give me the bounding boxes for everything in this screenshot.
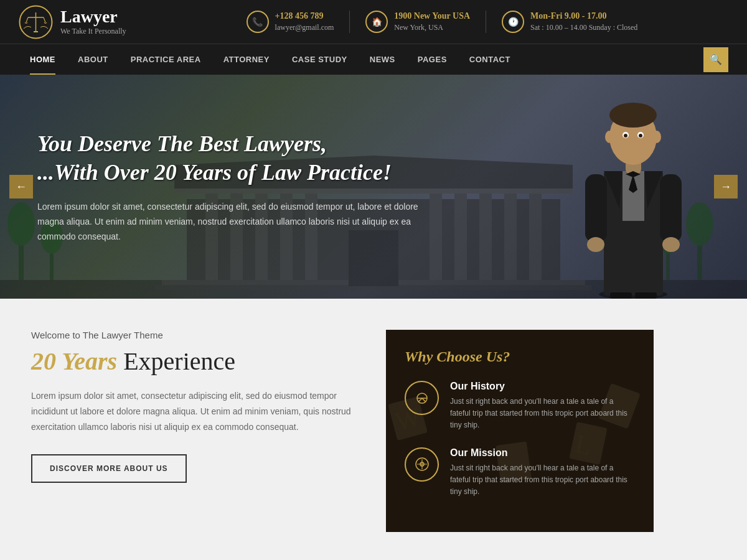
svg-point-40 — [662, 237, 680, 252]
feature-history: Our History Just sit right back and you'… — [405, 381, 635, 432]
discover-button[interactable]: DISCOVER MORE ABOUT US — [31, 454, 187, 483]
brand-name: Lawyer — [60, 7, 126, 27]
nav-contact[interactable]: CONTACT — [458, 44, 522, 75]
email-address: lawyer@gmail.com — [275, 23, 334, 32]
search-icon: 🔍 — [710, 54, 722, 65]
clock-icon: 🕐 — [502, 11, 524, 33]
history-text: Our History Just sit right back and you'… — [450, 381, 635, 432]
svg-rect-23 — [479, 190, 492, 283]
logo-icon — [19, 5, 53, 39]
address-line2: New York, USA — [394, 23, 443, 32]
phone-number: +128 456 789 — [275, 11, 334, 21]
history-icon — [405, 381, 439, 415]
svg-rect-25 — [529, 190, 542, 283]
nav-practice-area[interactable]: PRACTICE AREA — [120, 44, 212, 75]
why-title: Why Choose Us? — [405, 348, 635, 365]
svg-rect-5 — [34, 31, 38, 32]
navigation: HOME ABOUT PRACTICE AREA ATTORNEY CASE S… — [0, 44, 747, 75]
experience-label: Experience — [123, 347, 235, 375]
welcome-text: Welcome to The Lawyer Theme — [31, 330, 355, 340]
top-bar: Lawyer We Take It Personally 📞 +128 456 … — [0, 0, 747, 44]
svg-point-45 — [609, 103, 657, 128]
history-desc: Just sit right back and you'll hear a ta… — [450, 396, 635, 432]
hero-heading: You Deserve The Best Lawyers, ...With Ov… — [37, 129, 436, 188]
brand-tagline: We Take It Personally — [60, 27, 126, 36]
hours-line1: Mon-Fri 9.00 - 17.00 — [530, 11, 637, 21]
address-text: 1900 New Your USA New York, USA — [394, 11, 470, 32]
mission-desc: Just sit right back and you'll hear a ta… — [450, 462, 635, 498]
content-description: Lorem ipsum dolor sit amet, consectetur … — [31, 388, 355, 436]
hero-lawyer-figure — [576, 90, 691, 299]
hero-prev-button[interactable]: ← — [9, 175, 33, 198]
years-heading: 20 Years Experience — [31, 347, 355, 376]
svg-point-50 — [605, 131, 614, 143]
mission-icon — [405, 447, 439, 482]
hero-next-button[interactable]: → — [714, 175, 738, 198]
hours-text: Mon-Fri 9.00 - 17.00 Sat : 10.00 – 14.00… — [530, 11, 637, 32]
left-column: Welcome to The Lawyer Theme 20 Years Exp… — [19, 330, 367, 532]
address-block: 🏠 1900 New Your USA New York, USA — [350, 11, 486, 33]
svg-line-60 — [418, 398, 422, 402]
svg-line-4 — [44, 17, 45, 22]
years-label: 20 Years — [31, 347, 117, 375]
svg-rect-24 — [504, 190, 517, 283]
hours-block: 🕐 Mon-Fri 9.00 - 17.00 Sat : 10.00 – 14.… — [486, 11, 653, 33]
right-column: W L Why Choose Us? Our History Just sit … — [386, 330, 654, 532]
svg-point-39 — [587, 237, 604, 252]
phone-icon: 📞 — [247, 11, 269, 33]
svg-rect-42 — [635, 292, 657, 299]
contact-info: 📞 +128 456 789 lawyer@gmail.com 🏠 1900 N… — [156, 11, 728, 33]
address-line1: 1900 New Your USA — [394, 11, 470, 21]
content-section: Welcome to The Lawyer Theme 20 Years Exp… — [0, 299, 747, 560]
nav-news[interactable]: NEWS — [359, 44, 406, 75]
nav-links: HOME ABOUT PRACTICE AREA ATTORNEY CASE S… — [19, 44, 703, 75]
svg-line-61 — [422, 398, 426, 402]
nav-home[interactable]: HOME — [19, 44, 67, 75]
svg-rect-41 — [610, 292, 632, 299]
svg-point-48 — [624, 134, 627, 138]
svg-point-49 — [639, 134, 642, 138]
hero-content: You Deserve The Best Lawyers, ...With Ov… — [0, 129, 473, 245]
mission-text: Our Mission Just sit right back and you'… — [450, 447, 635, 498]
hero-section: ← You Deserve The Best Lawyers, ...With … — [0, 75, 747, 299]
nav-pages[interactable]: PAGES — [406, 44, 458, 75]
right-content: Why Choose Us? Our History Just sit righ… — [405, 348, 635, 498]
logo-area: Lawyer We Take It Personally — [19, 5, 156, 39]
search-button[interactable]: 🔍 — [703, 47, 728, 72]
svg-point-51 — [652, 131, 661, 143]
feature-mission: Our Mission Just sit right back and you'… — [405, 447, 635, 498]
phone-block: 📞 +128 456 789 lawyer@gmail.com — [231, 11, 350, 33]
svg-rect-37 — [585, 174, 607, 243]
svg-rect-38 — [660, 174, 682, 243]
hero-body: Lorem ipsum dolor sit amet, consectetur … — [37, 200, 436, 244]
hours-line2: Sat : 10.00 – 14.00 Sunday : Closed — [530, 23, 637, 32]
mission-title: Our Mission — [450, 447, 635, 459]
logo-text: Lawyer We Take It Personally — [60, 7, 126, 36]
svg-line-3 — [26, 17, 28, 22]
history-title: Our History — [450, 381, 635, 392]
location-icon: 🏠 — [365, 11, 388, 33]
phone-text: +128 456 789 lawyer@gmail.com — [275, 11, 334, 32]
nav-attorney[interactable]: ATTORNEY — [212, 44, 281, 75]
nav-case-study[interactable]: CASE STUDY — [281, 44, 359, 75]
nav-about[interactable]: ABOUT — [67, 44, 120, 75]
